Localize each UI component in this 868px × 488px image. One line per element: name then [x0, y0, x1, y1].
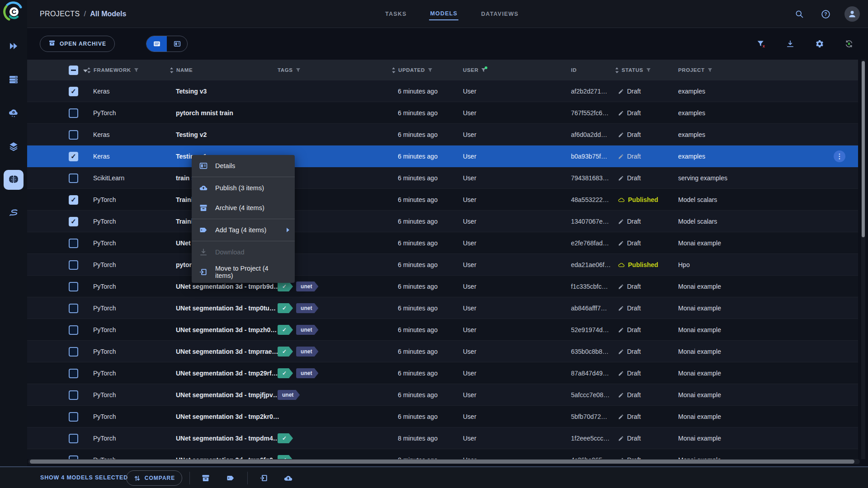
row-checkbox-cell: ✓ [69, 189, 78, 211]
table-row[interactable]: PyTorchUNet segmentation 3d - tmp2kr0…6 … [27, 406, 858, 427]
table-row[interactable]: ✓PyTorchTraining v36 minutes agoUser1340… [27, 211, 858, 232]
column-header-id[interactable]: ID [571, 60, 577, 80]
row-checkbox[interactable] [69, 304, 78, 313]
column-header-status[interactable]: STATUS [615, 60, 651, 80]
table-row[interactable]: PyTorchUNet segmentation 3d - tmprrae…✓u… [27, 341, 858, 362]
row-checkbox-cell [69, 319, 78, 341]
horizontal-scrollbar-track[interactable] [28, 459, 860, 464]
menu-item-add-tag[interactable]: Add Tag (4 items) [192, 220, 295, 240]
row-checkbox[interactable] [69, 325, 78, 335]
table-row[interactable]: PyTorchpytorch mnist tr6 minutes agoUser… [27, 254, 858, 276]
vertical-scrollbar-thumb[interactable] [862, 61, 865, 237]
row-checkbox[interactable] [69, 282, 78, 291]
row-status: Draft [618, 211, 641, 232]
row-checkbox[interactable]: ✓ [69, 87, 78, 96]
row-framework: PyTorch [93, 384, 116, 406]
row-status-label: Draft [627, 109, 641, 117]
show-selected-button[interactable]: SHOW 4 MODELS SELECTED [40, 474, 128, 481]
auto-refresh-icon[interactable] [842, 37, 856, 51]
compare-button[interactable]: COMPARE [126, 470, 182, 486]
row-checkbox[interactable]: ✓ [69, 217, 78, 226]
row-project: Model scalars [678, 189, 717, 211]
row-context-menu-button[interactable]: ⋮ [834, 150, 845, 162]
table-row[interactable]: PyTorchUNet segmentation 3d - tmpjfjpv…u… [27, 384, 858, 406]
tab-tasks[interactable]: TASKS [384, 8, 407, 20]
row-checkbox[interactable] [69, 390, 78, 400]
row-checkbox-cell [69, 362, 78, 384]
sidebar-item-models[interactable] [4, 170, 24, 190]
row-checkbox[interactable] [69, 347, 78, 357]
row-status: Draft [618, 102, 641, 124]
row-checkbox[interactable]: ✓ [69, 195, 78, 205]
table-row[interactable]: PyTorchpytorch mnist train6 minutes agoU… [27, 102, 858, 124]
clear-filters-icon[interactable]: x [754, 37, 768, 51]
row-name: UNet segmentation 3d - tmpzh0… [176, 319, 277, 341]
menu-item-download[interactable]: Download [192, 242, 295, 262]
row-checkbox[interactable] [69, 108, 78, 118]
sidebar-item-datasets[interactable] [4, 136, 24, 156]
column-header-user[interactable]: USER [463, 60, 486, 80]
sidebar-item-pipelines[interactable] [4, 203, 24, 223]
row-status-label: Draft [627, 283, 641, 290]
column-header-name[interactable]: NAME [170, 60, 193, 80]
table-row[interactable]: PyTorchUNet segmentation 3d - tmp29rf…✓u… [27, 362, 858, 384]
column-header-framework[interactable]: FRAMEWORK [87, 60, 139, 80]
table-row[interactable]: PyTorchUNet segmentation 3d - tmprb9d…✓u… [27, 276, 858, 297]
tab-dataviews[interactable]: DATAVIEWS [480, 8, 519, 20]
table-row[interactable]: ScikitLearntrain sklearn mo6 minutes ago… [27, 167, 858, 189]
table-row[interactable]: PyTorchUNet segmentation 3d - tmpzh0…✓un… [27, 319, 858, 341]
table-row[interactable]: PyTorchUNet segmentation 3d - tmp6fg0✓8 … [27, 449, 858, 459]
row-project: Monai example [678, 319, 721, 341]
row-checkbox[interactable] [69, 260, 78, 270]
menu-item-move-to-project[interactable]: Move to Project (4 items) [192, 262, 295, 282]
menu-item-details[interactable]: Details [192, 156, 295, 176]
published-cloud-icon [618, 262, 625, 268]
footer-publish-icon[interactable] [280, 470, 296, 486]
sidebar-item-cloud-autoscaler[interactable] [4, 103, 24, 123]
row-checkbox[interactable] [69, 239, 78, 248]
table-row[interactable]: PyTorchUNet segmentation 3d - tmpdm4…✓8 … [27, 427, 858, 449]
row-checkbox[interactable] [69, 130, 78, 140]
card-view-toggle[interactable] [167, 36, 187, 52]
download-table-icon[interactable] [783, 37, 797, 51]
search-icon[interactable] [792, 7, 807, 21]
sidebar-item-workers-queues[interactable] [4, 70, 24, 89]
help-icon[interactable]: ? [818, 7, 833, 21]
open-archive-button[interactable]: OPEN ARCHIVE [40, 36, 115, 52]
row-checkbox[interactable] [69, 455, 78, 460]
row-checkbox[interactable] [69, 412, 78, 422]
row-checkbox-cell [69, 341, 78, 362]
settings-gear-icon[interactable] [812, 37, 827, 51]
footer-add-tag-icon[interactable] [223, 470, 238, 486]
select-all-checkbox[interactable] [69, 66, 78, 75]
row-status: Draft [618, 362, 641, 384]
table-view-toggle[interactable] [146, 36, 167, 52]
footer-move-to-project-icon[interactable] [256, 470, 272, 486]
table-row[interactable]: PyTorchUNet segmentat6 minutes agoUsere2… [27, 232, 858, 254]
sidebar-item-projects[interactable] [4, 36, 24, 56]
footer-archive-icon[interactable] [198, 470, 213, 486]
row-checkbox[interactable] [69, 174, 78, 183]
column-header-updated[interactable]: UPDATED [392, 60, 433, 80]
vertical-scrollbar-track[interactable] [861, 60, 865, 459]
table-row[interactable]: PyTorchUNet segmentation 3d - tmp0tu…✓un… [27, 297, 858, 319]
horizontal-scrollbar-thumb[interactable] [30, 460, 854, 464]
clearml-logo-icon[interactable]: C [3, 1, 24, 23]
row-checkbox[interactable] [69, 369, 78, 378]
breadcrumb-projects[interactable]: PROJECTS [40, 10, 80, 18]
table-row[interactable]: KerasTesting v26 minutes agoUseraf6d0a2d… [27, 124, 858, 145]
breadcrumb-current: All Models [90, 10, 126, 18]
row-tags: ✓unet [278, 297, 318, 319]
column-header-tags[interactable]: TAGS [278, 60, 301, 80]
row-checkbox-cell [69, 384, 78, 406]
user-avatar[interactable] [844, 6, 860, 22]
row-checkbox[interactable] [69, 434, 78, 443]
row-checkbox[interactable]: ✓ [69, 152, 78, 161]
table-row[interactable]: ✓PyTorchTraining v46 minutes agoUser48a5… [27, 189, 858, 211]
column-header-project[interactable]: PROJECT [678, 60, 712, 80]
table-row[interactable]: ✓KerasTetsing v36 minutes agoUseraf2b2d2… [27, 80, 858, 102]
tab-models[interactable]: MODELS [429, 8, 458, 20]
menu-item-publish[interactable]: Publish (3 items) [192, 178, 295, 198]
menu-item-archive[interactable]: Archive (4 items) [192, 198, 295, 218]
table-row[interactable]: ✓KerasTesting v16 minutes agoUserb0a93b7… [27, 145, 858, 167]
